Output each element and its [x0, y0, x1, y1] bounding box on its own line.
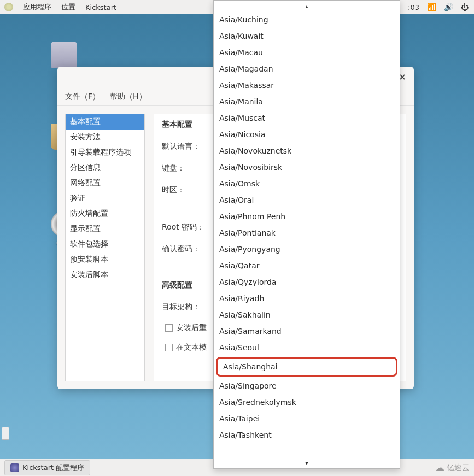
network-icon[interactable]: 📶	[427, 3, 436, 11]
sidebar-item-bootloader[interactable]: 引导装载程序选项	[66, 145, 144, 160]
task-app-icon	[10, 463, 19, 472]
timezone-option[interactable]: Asia/Novokuznetsk	[214, 143, 400, 159]
tz-label: 时区：	[162, 185, 213, 195]
desktop-icon-home[interactable]	[46, 42, 81, 70]
reboot-checkbox[interactable]	[165, 324, 173, 332]
scroll-down-arrow[interactable]: ▾	[214, 457, 400, 468]
cloud-icon: ☁	[435, 462, 444, 473]
sidebar-item-display[interactable]: 显示配置	[66, 221, 144, 237]
sidebar-item-partition[interactable]: 分区信息	[66, 160, 144, 175]
timezone-option[interactable]: Asia/Samarkand	[214, 323, 400, 339]
timezone-option[interactable]: Asia/Riyadh	[214, 290, 400, 307]
sidebar-item-auth[interactable]: 验证	[66, 191, 144, 206]
apps-menu-icon[interactable]	[4, 3, 13, 11]
sidebar-item-packages[interactable]: 软件包选择	[66, 237, 144, 252]
timezone-dropdown: ▴ Asia/KuchingAsia/KuwaitAsia/MacauAsia/…	[213, 0, 400, 469]
timezone-option[interactable]: Asia/Taipei	[214, 410, 400, 427]
textmode-label: 在文本模	[176, 343, 207, 352]
sidebar-item-preinstall[interactable]: 预安装脚本	[66, 252, 144, 267]
timezone-option[interactable]: Asia/Qyzylorda	[214, 274, 400, 290]
timezone-option[interactable]: Asia/Srednekolymsk	[214, 394, 400, 410]
places-menu[interactable]: 位置	[61, 2, 75, 12]
apps-menu[interactable]: 应用程序	[23, 2, 51, 12]
sidebar-item-postinstall[interactable]: 安装后脚本	[66, 267, 144, 283]
timezone-option[interactable]: Asia/Magadan	[214, 61, 400, 77]
reboot-label: 安装后重	[176, 323, 207, 333]
timezone-option[interactable]: Asia/Macau	[214, 44, 400, 61]
watermark-text: 亿速云	[447, 463, 470, 473]
timezone-option[interactable]: Asia/Oral	[214, 192, 400, 208]
timezone-option[interactable]: Asia/Manila	[214, 93, 400, 110]
watermark: ☁ 亿速云	[435, 462, 470, 473]
timezone-option[interactable]: Asia/Singapore	[214, 378, 400, 394]
timezone-option[interactable]: Asia/Kuching	[214, 11, 400, 28]
timezone-option[interactable]: Asia/Makassar	[214, 77, 400, 93]
sidebar: 基本配置 安装方法 引导装载程序选项 分区信息 网络配置 验证 防火墙配置 显示…	[65, 114, 145, 381]
menu-help[interactable]: 帮助（H）	[110, 92, 147, 102]
taskbar-kickstart[interactable]: Kickstart 配置程序	[4, 460, 90, 475]
timezone-option[interactable]: Asia/Phnom Penh	[214, 208, 400, 225]
timezone-option[interactable]: Asia/Tashkent	[214, 427, 400, 443]
home-folder-icon	[51, 42, 77, 68]
timezone-option[interactable]: Asia/Muscat	[214, 110, 400, 126]
timezone-option[interactable]: Asia/Pyongyang	[214, 241, 400, 257]
timezone-option[interactable]: Asia/Qatar	[214, 257, 400, 274]
sidebar-item-install-method[interactable]: 安装方法	[66, 130, 144, 145]
sidebar-item-firewall[interactable]: 防火墙配置	[66, 206, 144, 221]
dropdown-list[interactable]: Asia/KuchingAsia/KuwaitAsia/MacauAsia/Ma…	[214, 11, 400, 457]
app-name-menu[interactable]: Kickstart	[85, 3, 116, 11]
timezone-option[interactable]: Asia/Seoul	[214, 339, 400, 356]
clock[interactable]: :03	[408, 3, 419, 11]
root-label: Root 密码：	[162, 222, 213, 232]
timezone-option[interactable]: Asia/Omsk	[214, 175, 400, 192]
timezone-option[interactable]: Asia/Nicosia	[214, 126, 400, 143]
scroll-up-arrow[interactable]: ▴	[214, 1, 400, 11]
textmode-checkbox[interactable]	[165, 344, 173, 351]
arch-label: 目标架构：	[162, 302, 213, 312]
confirm-label: 确认密码：	[162, 244, 213, 254]
menu-file[interactable]: 文件（F）	[65, 92, 100, 102]
timezone-option[interactable]: Asia/Shanghai	[216, 357, 397, 377]
timezone-option[interactable]: Asia/Sakhalin	[214, 307, 400, 323]
sidebar-item-network[interactable]: 网络配置	[66, 175, 144, 191]
kbd-label: 键盘：	[162, 163, 213, 173]
lang-label: 默认语言：	[162, 142, 213, 151]
timezone-option[interactable]: Asia/Novosibirsk	[214, 159, 400, 175]
timezone-option[interactable]: Asia/Pontianak	[214, 225, 400, 241]
power-icon[interactable]: ⏻	[461, 3, 469, 11]
timezone-option[interactable]: Asia/Kuwait	[214, 28, 400, 44]
sidebar-item-basic[interactable]: 基本配置	[66, 114, 144, 130]
window-list-minimize[interactable]	[2, 427, 9, 440]
task-label: Kickstart 配置程序	[22, 463, 84, 473]
volume-icon[interactable]: 🔊	[444, 3, 453, 11]
